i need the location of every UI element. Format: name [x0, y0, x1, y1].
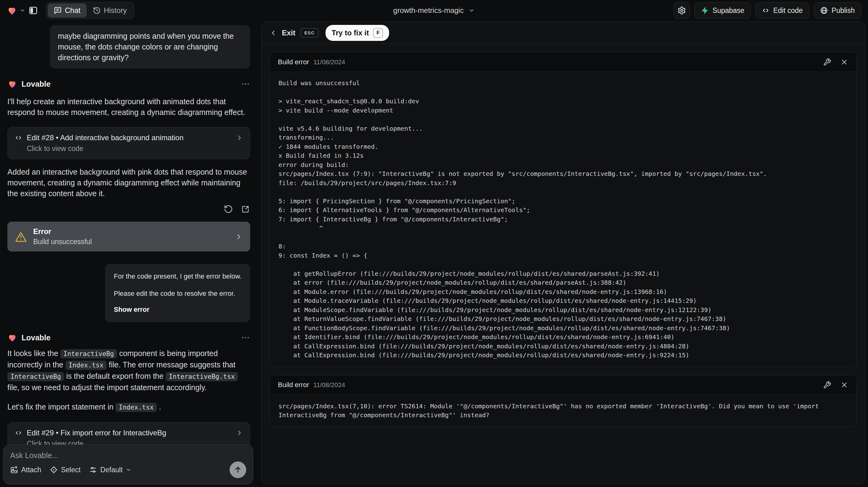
- error-panel-header: Exit ESC Try to fix it F: [261, 22, 865, 44]
- lovable-heart-icon: [7, 5, 17, 16]
- more-options-icon[interactable]: [241, 333, 250, 342]
- exit-label: Exit: [282, 29, 296, 37]
- fix-label: Try to fix it: [332, 29, 369, 37]
- tab-chat[interactable]: Chat: [48, 3, 87, 18]
- error-detail-panel: Exit ESC Try to fix it F Build error 11/…: [261, 22, 865, 484]
- chevron-right-icon: [236, 134, 243, 142]
- settings-button[interactable]: [674, 2, 690, 19]
- supabase-label: Supabase: [712, 6, 744, 15]
- inline-code: Index.tsx: [116, 403, 157, 412]
- more-options-icon[interactable]: [241, 79, 250, 89]
- history-icon: [93, 6, 101, 14]
- code-brackets-icon: [762, 6, 770, 14]
- restore-icon[interactable]: [224, 205, 233, 214]
- topbar: Chat History growth-metrics-magic Supaba…: [0, 0, 868, 21]
- error-panel-body[interactable]: Build error 11/08/2024 Build was unsucce…: [261, 44, 865, 435]
- code-xml-icon: [14, 429, 23, 437]
- select-label: Select: [61, 466, 81, 474]
- try-to-fix-button[interactable]: Try to fix it F: [326, 25, 389, 41]
- attach-button[interactable]: Attach: [10, 466, 41, 474]
- mode-label: Default: [100, 466, 123, 474]
- send-button[interactable]: [229, 461, 246, 478]
- tab-history-label: History: [104, 6, 127, 15]
- code-xml-icon: [14, 134, 23, 142]
- edit-card-subtitle: Click to view code: [27, 145, 243, 153]
- lovable-heart-icon: [7, 333, 17, 342]
- sliders-icon: [89, 466, 97, 474]
- project-switcher[interactable]: growth-metrics-magic: [393, 0, 474, 21]
- build-error-title: Build error: [278, 58, 309, 66]
- lovable-logo-menu[interactable]: [7, 5, 25, 16]
- chevron-right-icon: [236, 429, 243, 436]
- build-error-header: Build error 11/08/2024: [270, 52, 856, 72]
- chevron-down-icon: [20, 8, 25, 13]
- chat-panel: maybe diagramming points and when you mo…: [0, 21, 257, 487]
- supabase-bolt-icon: [701, 6, 709, 14]
- panel-left-icon: [29, 6, 38, 15]
- inline-code: InteractiveBg: [7, 372, 64, 381]
- edit-card-28[interactable]: Edit #28 • Add interactive background an…: [7, 127, 250, 159]
- edit-card-title: Edit #29 • Fix import error for Interact…: [27, 429, 166, 437]
- build-error-log: Build was unsuccessful > vite_react_shad…: [270, 72, 856, 367]
- topbar-actions: Supabase Edit code Publish: [674, 2, 861, 19]
- close-icon[interactable]: [840, 58, 848, 66]
- supabase-button[interactable]: Supabase: [694, 2, 751, 19]
- chevron-left-icon: [270, 29, 277, 37]
- attach-label: Attach: [21, 466, 41, 474]
- assistant-text: I'll help create an interactive backgrou…: [7, 96, 250, 118]
- arrow-up-icon: [234, 465, 242, 474]
- project-name: growth-metrics-magic: [393, 6, 464, 15]
- chat-message-list[interactable]: maybe diagramming points and when you mo…: [0, 21, 257, 487]
- user-error-line1: For the code present, I get the error be…: [114, 272, 242, 281]
- globe-icon: [820, 6, 828, 14]
- esc-key-badge: ESC: [300, 28, 319, 37]
- assistant-text: It looks like the InteractiveBg componen…: [7, 348, 250, 393]
- select-target-icon: [50, 466, 58, 474]
- fix-wrench-icon[interactable]: [823, 381, 831, 389]
- publish-button[interactable]: Publish: [814, 2, 861, 19]
- chevron-down-icon: [469, 7, 475, 13]
- build-error-box-1: Build error 11/08/2024 Build was unsucce…: [270, 52, 857, 367]
- gear-icon: [677, 6, 686, 15]
- build-error-date: 11/08/2024: [313, 58, 345, 66]
- assistant-name: Lovable: [22, 80, 51, 89]
- build-error-box-2: Build error 11/08/2024 src/pages/Index.t…: [270, 375, 857, 427]
- assistant-message-header: Lovable: [7, 333, 250, 342]
- close-icon[interactable]: [840, 381, 848, 389]
- lovable-heart-icon: [7, 79, 17, 89]
- mode-selector[interactable]: Default: [89, 466, 131, 474]
- tab-chat-label: Chat: [65, 6, 81, 15]
- build-error-header: Build error 11/08/2024: [270, 375, 856, 395]
- inline-code: InteractiveBg: [60, 349, 117, 359]
- f-key-badge: F: [373, 28, 383, 38]
- user-error-message: For the code present, I get the error be…: [105, 264, 250, 322]
- edit-code-label: Edit code: [773, 6, 803, 15]
- inline-code: Index.tsx: [65, 361, 107, 370]
- chevron-right-icon: [235, 233, 243, 241]
- build-error-log: src/pages/Index.tsx(7,10): error TS2614:…: [270, 395, 856, 427]
- warning-triangle-icon: [15, 231, 27, 243]
- publish-label: Publish: [832, 6, 855, 15]
- build-error-title: Build error: [278, 381, 309, 389]
- chat-history-tabs: Chat History: [46, 2, 134, 19]
- tab-history[interactable]: History: [87, 3, 133, 18]
- fix-wrench-icon[interactable]: [823, 58, 831, 66]
- edit-card-title: Edit #28 • Add interactive background an…: [27, 133, 184, 142]
- show-error-link[interactable]: Show error: [114, 305, 242, 314]
- assistant-text: Let's fix the import statement in Index.…: [7, 401, 250, 413]
- assistant-name: Lovable: [22, 333, 51, 342]
- build-error-date: 11/08/2024: [313, 381, 345, 389]
- select-button[interactable]: Select: [50, 466, 81, 474]
- build-error-card[interactable]: Error Build unsuccessful: [7, 222, 250, 251]
- open-preview-icon[interactable]: [241, 205, 250, 214]
- chat-input[interactable]: [10, 451, 246, 461]
- toggle-sidebar-button[interactable]: [25, 2, 41, 19]
- user-message: maybe diagramming points and when you mo…: [50, 25, 250, 68]
- user-error-line2: Please edit the code to resolve the erro…: [114, 289, 242, 298]
- chat-composer: Attach Select Default: [3, 445, 253, 485]
- error-card-subtitle: Build unsuccessful: [33, 238, 92, 246]
- exit-button[interactable]: Exit ESC: [270, 28, 319, 37]
- message-actions: [7, 205, 250, 214]
- edit-code-button[interactable]: Edit code: [755, 2, 809, 19]
- assistant-text: Added an interactive background with pin…: [7, 166, 250, 199]
